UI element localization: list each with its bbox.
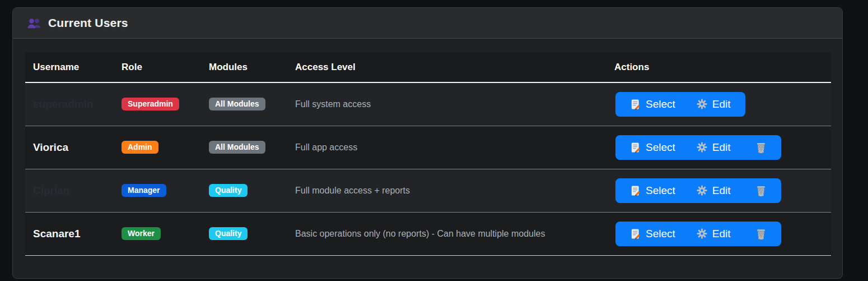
select-button[interactable]: Select	[630, 98, 675, 110]
delete-button[interactable]	[755, 228, 767, 240]
gear-icon	[697, 142, 707, 153]
role-badge: Superadmin	[122, 98, 179, 110]
access-level-cell: Full module access + reports	[295, 186, 410, 195]
action-button-group: Select Edit	[615, 178, 781, 203]
column-header-role: Role	[114, 52, 201, 82]
action-button-group: Select Edit	[615, 135, 781, 160]
memo-icon	[630, 185, 641, 196]
modules-badge: All Modules	[209, 98, 265, 110]
trash-icon	[755, 141, 767, 154]
column-header-access-level: Access Level	[287, 52, 606, 82]
gear-icon	[697, 185, 707, 196]
username-cell: Ciprian	[33, 185, 69, 196]
memo-icon	[630, 99, 641, 110]
modules-badge: Quality	[209, 227, 248, 240]
edit-button[interactable]: Edit	[697, 98, 731, 110]
memo-icon	[630, 228, 641, 239]
trash-icon	[755, 185, 767, 197]
delete-button[interactable]	[755, 185, 767, 197]
memo-icon	[630, 142, 641, 153]
page-title: Current Users	[48, 16, 128, 30]
edit-button[interactable]: Edit	[697, 228, 731, 240]
trash-icon	[755, 141, 767, 154]
gear-icon	[697, 228, 707, 239]
table-row: Ciprian Manager Quality Full module acce…	[25, 169, 831, 212]
access-level-cell: Basic operations only (no reports) - Can…	[295, 229, 545, 238]
modules-badge: Quality	[209, 184, 248, 197]
trash-icon	[755, 228, 767, 240]
role-badge: Worker	[122, 227, 161, 240]
users-table: Username Role Modules Access Level Actio…	[25, 52, 831, 256]
current-users-card: Current Users Username Role Modules Acce…	[12, 7, 843, 279]
memo-icon	[630, 142, 641, 153]
gear-icon	[697, 185, 707, 196]
edit-button[interactable]: Edit	[697, 185, 731, 197]
trash-icon	[755, 228, 767, 240]
username-cell: Scanare1	[33, 228, 81, 239]
memo-icon	[630, 99, 641, 110]
trash-icon	[755, 185, 767, 197]
users-icon	[26, 17, 42, 29]
gear-icon	[697, 99, 707, 109]
card-header: Current Users	[13, 8, 842, 39]
table-row: Scanare1 Worker Quality Basic operations…	[25, 212, 831, 255]
role-badge: Manager	[122, 184, 166, 197]
gear-icon	[697, 228, 707, 239]
table-header-row: Username Role Modules Access Level Actio…	[25, 52, 831, 82]
column-header-username: Username	[25, 52, 114, 82]
select-button[interactable]: Select	[630, 185, 675, 197]
table-row: superadmin Superadmin All Modules Full s…	[25, 82, 831, 126]
column-header-actions: Actions	[606, 52, 831, 82]
gear-icon	[697, 142, 707, 153]
modules-badge: All Modules	[209, 141, 265, 154]
edit-button[interactable]: Edit	[697, 141, 731, 154]
select-button[interactable]: Select	[630, 228, 675, 240]
select-button[interactable]: Select	[630, 141, 675, 154]
username-cell: superadmin	[33, 98, 94, 110]
memo-icon	[630, 228, 641, 239]
table-row: Viorica Admin All Modules Full app acces…	[25, 126, 831, 169]
access-level-cell: Full app access	[295, 142, 357, 152]
role-badge: Admin	[122, 141, 158, 154]
delete-button[interactable]	[755, 141, 767, 154]
access-level-cell: Full system access	[295, 99, 371, 109]
action-button-group: Select Edit	[615, 92, 745, 117]
username-cell: Viorica	[33, 141, 68, 153]
card-body: Username Role Modules Access Level Actio…	[13, 39, 842, 269]
gear-icon	[697, 99, 707, 109]
column-header-modules: Modules	[201, 52, 287, 82]
action-button-group: Select Edit	[615, 222, 781, 246]
memo-icon	[630, 185, 641, 196]
